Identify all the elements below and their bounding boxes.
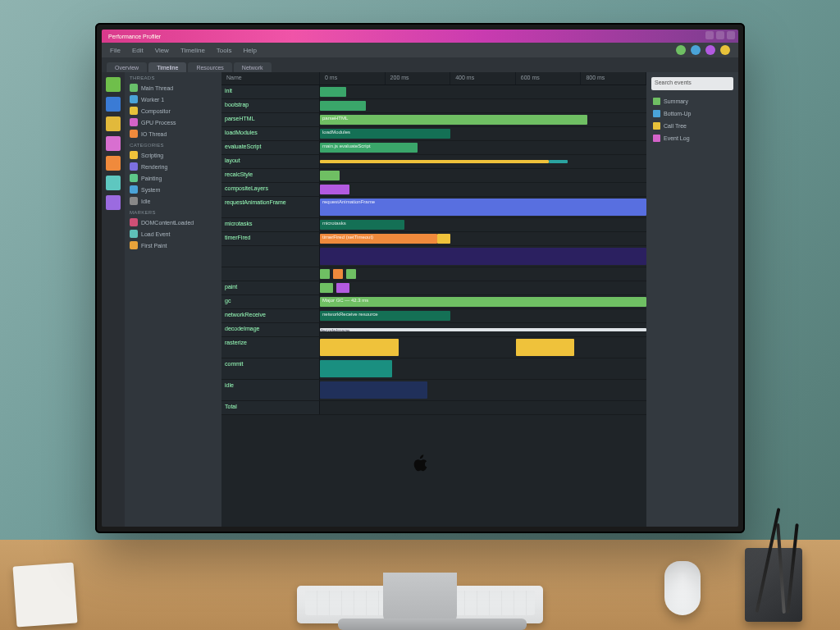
timeline-bar[interactable] xyxy=(333,269,343,279)
timeline-bar[interactable] xyxy=(320,171,340,180)
menu-edit[interactable]: Edit xyxy=(132,47,144,54)
minimize-button[interactable] xyxy=(705,31,714,39)
timeline-row[interactable]: networkReceivenetworkReceive resource xyxy=(221,309,646,323)
sidebar-item[interactable]: Compositor xyxy=(125,105,221,116)
timeline-bar[interactable] xyxy=(320,185,349,194)
timeline-rows[interactable]: initbootstrapparseHTMLparseHTMLloadModul… xyxy=(221,85,646,527)
menu-timeline[interactable]: Timeline xyxy=(180,47,205,54)
timeline-row[interactable]: gcMajor GC — 42.3 ms xyxy=(221,295,646,309)
timeline-row[interactable]: parseHTMLparseHTML xyxy=(221,113,646,127)
tab-overview[interactable]: Overview xyxy=(107,62,147,72)
sidebar-section-header[interactable]: Markers xyxy=(125,207,221,217)
sidebar-section-header[interactable]: Threads xyxy=(125,72,221,82)
timeline-row[interactable]: idle xyxy=(221,380,646,401)
timeline-bar[interactable] xyxy=(320,101,366,111)
sidebar-item[interactable]: Idle xyxy=(125,195,221,207)
sidebar-item[interactable]: IO Thread xyxy=(125,128,221,139)
profile-icon[interactable] xyxy=(106,176,121,190)
row-track[interactable] xyxy=(320,358,646,379)
row-track[interactable]: decodeImage xyxy=(320,323,646,336)
sidebar-item[interactable]: GPU Process xyxy=(125,116,221,128)
timeline-bar[interactable]: Major GC — 42.3 ms xyxy=(320,297,646,307)
db-icon[interactable] xyxy=(106,195,121,210)
timeline-bar[interactable]: main.js evaluateScript xyxy=(320,143,418,153)
timeline-row[interactable] xyxy=(221,267,646,281)
right-panel-item[interactable]: Call Tree xyxy=(646,120,738,132)
timeline-bar[interactable]: networkReceive resource xyxy=(320,311,450,321)
timeline-row[interactable]: commit xyxy=(221,358,646,380)
timeline-row[interactable]: compositeLayers xyxy=(221,183,646,197)
timeline-bar[interactable] xyxy=(320,87,346,97)
row-track[interactable]: parseHTML xyxy=(320,113,646,126)
timeline-row[interactable]: rasterize xyxy=(221,337,646,358)
row-track[interactable] xyxy=(320,337,646,358)
timeline-bar[interactable] xyxy=(516,339,575,356)
sidebar-item[interactable]: Painting xyxy=(125,172,221,184)
timeline-row[interactable]: requestAnimationFramerequestAnimationFra… xyxy=(221,197,646,218)
row-track[interactable]: networkReceive resource xyxy=(320,309,646,322)
timeline-row[interactable] xyxy=(221,246,646,267)
extensions-icon[interactable] xyxy=(106,156,121,171)
timeline-bar[interactable] xyxy=(320,360,392,377)
right-panel-item[interactable]: Bottom-Up xyxy=(646,107,738,120)
timeline-bar[interactable]: decodeImage xyxy=(320,328,646,331)
sidebar-item[interactable]: Rendering xyxy=(125,161,221,172)
right-panel-item[interactable]: Event Log xyxy=(646,132,738,144)
row-track[interactable] xyxy=(320,99,646,112)
timeline-bar[interactable]: timerFired (setTimeout) xyxy=(320,234,437,244)
timeline-bar[interactable] xyxy=(320,248,646,265)
search-input[interactable]: Search events xyxy=(651,77,733,90)
sidebar-item[interactable]: Scripting xyxy=(125,149,221,161)
row-track[interactable]: timerFired (setTimeout) xyxy=(320,232,646,245)
sidebar-item[interactable]: DOMContentLoaded xyxy=(125,217,221,228)
timeline-bar[interactable] xyxy=(320,269,330,279)
timeline-row[interactable]: evaluateScriptmain.js evaluateScript xyxy=(221,141,646,155)
row-track[interactable] xyxy=(320,169,646,182)
sidebar-item[interactable]: Main Thread xyxy=(125,82,221,94)
maximize-button[interactable] xyxy=(716,31,724,39)
row-track[interactable] xyxy=(320,246,646,267)
timeline-bar[interactable]: loadModules xyxy=(320,129,450,139)
row-track[interactable] xyxy=(320,267,646,281)
tab-network[interactable]: Network xyxy=(234,62,272,72)
timeline-row[interactable]: timerFiredtimerFired (setTimeout) xyxy=(221,232,646,246)
timeline-row[interactable]: microtasksmicrotasks xyxy=(221,218,646,232)
sidebar-item[interactable]: Load Event xyxy=(125,228,221,240)
right-panel-item[interactable]: Summary xyxy=(646,95,738,107)
row-track[interactable] xyxy=(320,281,646,294)
sidebar-item[interactable]: First Paint xyxy=(125,240,221,251)
timeline-bar[interactable] xyxy=(320,160,549,163)
timeline-bar[interactable]: microtasks xyxy=(320,220,404,230)
row-track[interactable] xyxy=(320,85,646,98)
timeline-row[interactable]: Total xyxy=(221,401,646,415)
row-track[interactable] xyxy=(320,155,646,168)
timeline-bar[interactable]: parseHTML xyxy=(320,115,587,125)
window-titlebar[interactable]: Performance Profiler xyxy=(102,30,738,43)
menu-file[interactable]: File xyxy=(110,47,121,54)
timeline-row[interactable]: recalcStyle xyxy=(221,169,646,183)
tab-timeline[interactable]: Timeline xyxy=(148,62,186,72)
timeline-row[interactable]: paint xyxy=(221,281,646,295)
timeline-bar[interactable] xyxy=(437,234,450,244)
timeline-bar[interactable] xyxy=(336,283,349,293)
timeline-bar[interactable] xyxy=(320,283,333,293)
timeline-bar[interactable] xyxy=(549,160,568,163)
row-track[interactable]: main.js evaluateScript xyxy=(320,141,646,154)
timeline-row[interactable]: decodeImagedecodeImage xyxy=(221,323,646,337)
branch-icon[interactable] xyxy=(106,116,121,131)
row-track[interactable] xyxy=(320,380,646,400)
timeline-bar[interactable] xyxy=(320,381,427,399)
row-track[interactable]: requestAnimationFrame xyxy=(320,197,646,217)
menu-help[interactable]: Help xyxy=(244,47,257,54)
menu-tools[interactable]: Tools xyxy=(217,47,232,54)
files-icon[interactable] xyxy=(106,77,121,92)
tab-resources[interactable]: Resources xyxy=(188,62,231,72)
debug-icon[interactable] xyxy=(106,136,121,151)
row-track[interactable] xyxy=(320,183,646,196)
close-button[interactable] xyxy=(727,31,735,39)
timeline-row[interactable]: layout xyxy=(221,155,646,169)
menu-view[interactable]: View xyxy=(155,47,169,54)
timeline-bar[interactable] xyxy=(320,339,399,356)
row-track[interactable]: loadModules xyxy=(320,127,646,140)
timeline-row[interactable]: loadModulesloadModules xyxy=(221,127,646,141)
